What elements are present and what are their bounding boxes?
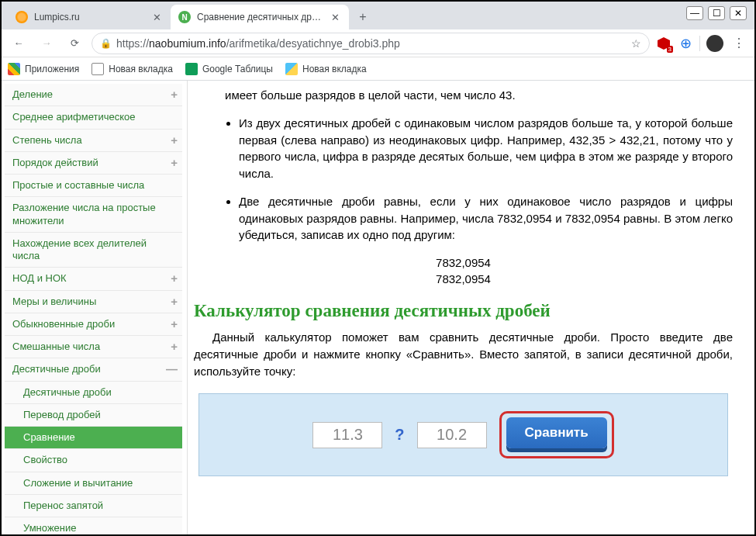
apps-icon [8, 63, 20, 75]
bookmark-label: Новая вкладка [302, 64, 367, 74]
tab-strip: Lumpics.ru ✕ N Сравнение десятичных дроб… [2, 2, 754, 29]
sidebar-item[interactable]: Умножение [5, 517, 182, 534]
sidebar-item-label: Смешанные числа [12, 341, 100, 352]
sidebar-item-label: Разложение числа на простые множители [12, 202, 156, 226]
new-tab-button[interactable]: + [352, 6, 374, 28]
sidebar-item[interactable]: Порядок действий+ [5, 152, 182, 175]
sidebar-item-label: Обыкновенные дроби [12, 318, 115, 330]
extension-adblock-icon[interactable]: 3 [656, 36, 671, 51]
expand-icon[interactable]: + [171, 271, 178, 286]
example-numbers: 7832,0954 7832,0954 [194, 254, 733, 287]
window-controls: — ☐ ✕ [686, 6, 747, 20]
sidebar-item-label: Простые и составные числа [12, 179, 144, 191]
sidebar-item[interactable]: Среднее арифметическое [5, 106, 182, 129]
rules-list: имеет больше разрядов в целой части, чем… [194, 87, 733, 244]
calculator-description: Данный калькулятор поможет вам сравнить … [194, 329, 733, 379]
sidebar-item[interactable]: Десятичные дроби— [5, 358, 182, 381]
sidebar-item-label: Перевод дробей [23, 409, 101, 420]
sidebar-item[interactable]: Обыкновенные дроби+ [5, 313, 182, 336]
expand-icon[interactable]: + [171, 317, 178, 332]
url-domain: naobumium.info [149, 37, 226, 50]
sidebar-item[interactable]: Смешанные числа+ [5, 336, 182, 358]
address-bar: ← → ⟳ 🔒 https://naobumium.info/arifmetik… [2, 29, 754, 57]
extension-badge: 3 [667, 46, 673, 53]
sidebar-item-label: Порядок действий [12, 157, 98, 168]
compare-button[interactable]: Сравнить [506, 417, 607, 448]
tab-title: Сравнение десятичных дробей [197, 12, 323, 22]
rule-item: имеет больше разрядов в целой части, чем… [225, 87, 733, 104]
bookmark-apps[interactable]: Приложения [8, 63, 79, 75]
sidebar-item-label: Умножение [23, 522, 76, 534]
sidebar-item-label: Свойство [23, 454, 67, 465]
sidebar-item[interactable]: Сравнение [5, 427, 182, 449]
decimal-input-1[interactable] [312, 422, 382, 448]
sidebar-item[interactable]: Деление+ [5, 84, 182, 106]
chrome-menu-button[interactable]: ⋮ [730, 34, 748, 53]
extension-globe-icon[interactable]: ⊕ [678, 36, 693, 51]
image-icon [285, 63, 298, 75]
question-mark: ? [395, 426, 404, 444]
collapse-icon[interactable]: — [166, 362, 178, 377]
reload-button[interactable]: ⟳ [64, 33, 85, 54]
sidebar-item[interactable]: Сложение и вычитание [5, 472, 182, 495]
rule-item: Из двух десятичных дробей с одинаковым ч… [239, 115, 733, 182]
bookmark-newtab1[interactable]: Новая вкладка [91, 63, 173, 75]
sidebar-item-label: Перенос запятой [23, 500, 103, 511]
url-text: https://naobumium.info/arifmetika/desyat… [116, 37, 627, 50]
url-protocol: https:// [116, 37, 149, 50]
expand-icon[interactable]: + [171, 294, 178, 309]
sidebar-item-label: Среднее арифметическое [12, 111, 136, 123]
sidebar-item[interactable]: Разложение числа на простые множители [5, 197, 182, 233]
bookmark-star-icon[interactable]: ☆ [631, 37, 641, 50]
expand-icon[interactable]: + [171, 340, 178, 354]
expand-icon[interactable]: + [171, 156, 178, 171]
example-line: 7832,0954 [194, 254, 733, 271]
bookmarks-bar: Приложения Новая вкладка Google Таблицы … [2, 57, 754, 81]
expand-icon[interactable]: + [171, 88, 178, 102]
main-article[interactable]: имеет больше разрядов в целой части, чем… [188, 81, 754, 534]
sheets-icon [185, 63, 198, 75]
sidebar-item-label: Десятичные дроби [12, 363, 101, 375]
bookmark-label: Новая вкладка [109, 64, 173, 74]
compare-highlight: Сравнить [499, 411, 614, 458]
close-tab-icon[interactable]: ✕ [150, 11, 163, 23]
calculator-heading: Калькулятор сравнения десятичных дробей [194, 301, 733, 321]
favicon-icon: N [178, 11, 191, 23]
sidebar-nav[interactable]: Деление+Среднее арифметическоеСтепень чи… [2, 81, 188, 534]
sidebar-item[interactable]: Десятичные дроби [5, 382, 182, 404]
profile-avatar[interactable] [706, 35, 723, 52]
tab-lumpics[interactable]: Lumpics.ru ✕ [8, 5, 171, 29]
example-line: 7832,0954 [194, 271, 733, 287]
sidebar-item[interactable]: Свойство [5, 449, 182, 472]
back-button[interactable]: ← [8, 33, 29, 54]
page-icon [91, 63, 104, 75]
favicon-icon [16, 11, 28, 23]
bookmark-sheets[interactable]: Google Таблицы [185, 63, 273, 75]
lock-icon: 🔒 [100, 38, 112, 49]
sidebar-item[interactable]: Меры и величины+ [5, 291, 182, 313]
forward-button: → [36, 33, 57, 54]
sidebar-item[interactable]: Перенос запятой [5, 495, 182, 517]
page-content: Деление+Среднее арифметическоеСтепень чи… [2, 81, 754, 534]
calculator-box: ? Сравнить [198, 393, 728, 476]
sidebar-item[interactable]: НОД и НОК+ [5, 268, 182, 290]
sidebar-item[interactable]: Степень числа+ [5, 130, 182, 152]
url-field[interactable]: 🔒 https://naobumium.info/arifmetika/desy… [91, 33, 650, 54]
minimize-button[interactable]: — [686, 6, 703, 20]
decimal-input-2[interactable] [417, 422, 487, 448]
sidebar-item-label: Меры и величины [12, 296, 96, 307]
sidebar-item[interactable]: Нахождение всех делителей числа [5, 233, 182, 268]
sidebar-item[interactable]: Перевод дробей [5, 404, 182, 427]
tab-naobumium[interactable]: N Сравнение десятичных дробей ✕ [171, 5, 349, 29]
bookmark-label: Google Таблицы [202, 64, 273, 74]
close-window-button[interactable]: ✕ [730, 6, 747, 20]
close-tab-icon[interactable]: ✕ [329, 11, 341, 23]
sidebar-item[interactable]: Простые и составные числа [5, 175, 182, 197]
tab-title: Lumpics.ru [34, 12, 144, 22]
sidebar-item-label: НОД и НОК [12, 272, 67, 284]
bookmark-label: Приложения [25, 64, 79, 74]
expand-icon[interactable]: + [171, 133, 178, 147]
bookmark-newtab2[interactable]: Новая вкладка [285, 63, 367, 75]
maximize-button[interactable]: ☐ [708, 6, 725, 20]
sidebar-item-label: Сравнение [23, 431, 75, 443]
